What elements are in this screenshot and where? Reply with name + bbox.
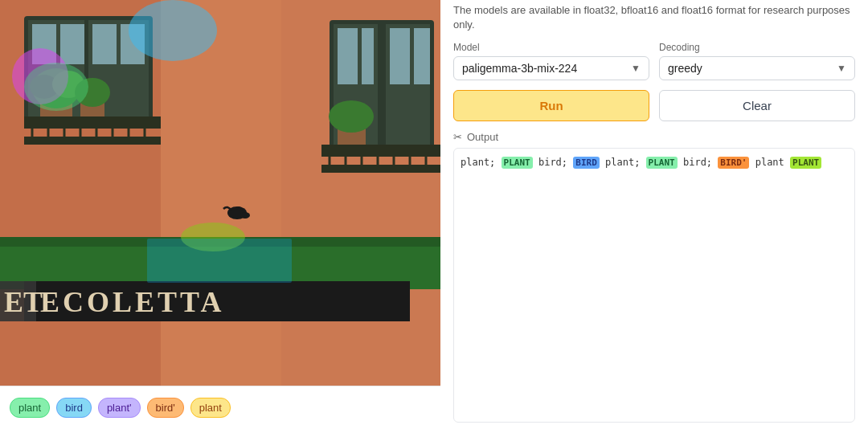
svg-point-55: [129, 0, 217, 61]
svg-text:ET: ET: [4, 286, 43, 318]
svg-rect-9: [92, 24, 117, 64]
label-badge: plant: [190, 398, 231, 418]
button-row: Run Clear: [453, 90, 855, 121]
controls-row: Model paligemma-3b-mix-224 ▼ Decoding gr…: [453, 42, 855, 80]
label-badge: plant': [98, 398, 141, 418]
scissors-icon: ✂: [453, 131, 462, 143]
decoding-group: Decoding greedy ▼: [659, 42, 855, 80]
output-label: ✂ Output: [453, 131, 855, 143]
svg-rect-34: [321, 145, 440, 157]
label-badge: bird: [56, 398, 92, 418]
decoding-select[interactable]: greedy ▼: [659, 56, 855, 80]
model-select[interactable]: paligemma-3b-mix-224 ▼: [453, 56, 649, 80]
main-image: ECOLETTA ET: [0, 0, 440, 386]
svg-rect-33: [414, 28, 430, 84]
plant-tag-2: PLANT: [646, 157, 678, 169]
svg-rect-8: [60, 24, 84, 64]
svg-point-56: [24, 63, 88, 111]
svg-point-44: [329, 100, 374, 133]
info-text: The models are available in float32, bfl…: [453, 3, 855, 32]
svg-point-53: [240, 212, 250, 219]
right-panel: The models are available in float32, bfl…: [440, 0, 868, 429]
bird-tag: BIRD: [573, 157, 600, 169]
model-value: paligemma-3b-mix-224: [462, 62, 631, 75]
decoding-value: greedy: [668, 62, 837, 75]
plant-tag-3: PLANT: [790, 157, 821, 169]
output-box[interactable]: plant; PLANT bird; BIRD plant; PLANT bir…: [453, 148, 855, 423]
image-panel: ECOLETTA ET plantbirdplant'bird'plant: [0, 0, 440, 429]
plant-tag: PLANT: [502, 157, 533, 169]
run-button[interactable]: Run: [453, 90, 649, 121]
label-badge: bird': [147, 398, 184, 418]
scene-svg: ECOLETTA ET: [0, 0, 440, 386]
svg-rect-20: [24, 137, 161, 145]
svg-text:ECOLETTA: ECOLETTA: [40, 286, 224, 318]
svg-rect-11: [24, 116, 161, 129]
label-badge: plant: [10, 398, 50, 418]
output-label-text: Output: [467, 131, 498, 143]
clear-button[interactable]: Clear: [659, 90, 855, 121]
model-arrow-icon: ▼: [631, 63, 641, 74]
output-section: ✂ Output plant; PLANT bird; BIRD plant; …: [453, 131, 855, 423]
svg-rect-32: [390, 28, 410, 84]
decoding-arrow-icon: ▼: [837, 63, 846, 74]
labels-strip: plantbirdplant'bird'plant: [0, 386, 440, 429]
decoding-label: Decoding: [659, 42, 855, 53]
svg-rect-42: [321, 165, 440, 173]
svg-rect-31: [362, 28, 374, 84]
model-group: Model paligemma-3b-mix-224 ▼: [453, 42, 649, 80]
svg-rect-30: [338, 28, 358, 84]
model-label: Model: [453, 42, 649, 53]
bird-tag-2: BIRD': [718, 157, 749, 169]
svg-rect-58: [147, 239, 292, 283]
